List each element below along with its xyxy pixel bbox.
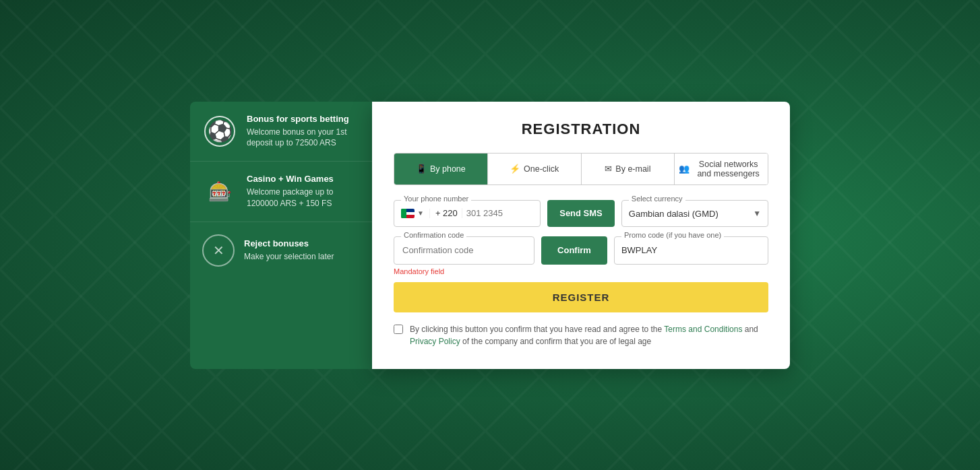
bonus-sports-card[interactable]: Bonus for sports betting Welcome bonus o…	[190, 102, 372, 162]
terms-text: By clicking this button you confirm that…	[410, 323, 768, 347]
confirm-button[interactable]: Confirm	[541, 236, 607, 265]
casino-card[interactable]: 🎰 Casino + Win Games Welcome package up …	[190, 162, 372, 222]
privacy-policy-link[interactable]: Privacy Policy	[410, 337, 460, 346]
phone-currency-row: Your phone number ▼ + 220 Send SMS Selec…	[394, 200, 768, 227]
currency-group: Select currency Gambian dalasi (GMD) US …	[621, 200, 768, 227]
reject-card[interactable]: ✕ Reject bonuses Make your selection lat…	[190, 222, 372, 279]
reject-text: Reject bonuses Make your selection later	[244, 238, 334, 263]
soccer-ball-icon	[202, 114, 237, 149]
tab-email-label: By e-mail	[615, 164, 650, 174]
registration-title: REGISTRATION	[394, 121, 768, 138]
phone-label: Your phone number	[401, 195, 471, 203]
email-icon: ✉	[605, 164, 612, 174]
promo-group: Promo code (if you have one)	[614, 236, 768, 265]
terms-conditions-link[interactable]: Terms and Conditions	[664, 325, 742, 334]
casino-description: Welcome package up to 1200000 ARS + 150 …	[247, 187, 360, 209]
promo-label: Promo code (if you have one)	[621, 231, 724, 239]
country-code: + 220	[435, 208, 462, 218]
confirmation-group: Confirmation code	[394, 236, 534, 265]
phone-icon: 📱	[416, 164, 427, 174]
send-sms-button[interactable]: Send SMS	[547, 200, 615, 227]
confirmation-input[interactable]	[394, 238, 534, 262]
promo-input[interactable]	[621, 245, 761, 255]
lightning-icon: ⚡	[510, 164, 520, 174]
tab-oneclick-label: One-click	[524, 164, 559, 174]
tab-phone[interactable]: 📱 By phone	[394, 154, 488, 184]
gambia-flag	[401, 209, 415, 218]
currency-label: Select currency	[629, 195, 685, 203]
tab-phone-label: By phone	[430, 164, 466, 174]
tab-social-label: Social networks and messengers	[693, 160, 764, 178]
casino-text: Casino + Win Games Welcome package up to…	[247, 174, 360, 209]
bonus-sports-text: Bonus for sports betting Welcome bonus o…	[247, 114, 360, 149]
social-icon: 👥	[679, 164, 690, 174]
register-button[interactable]: REGISTER	[394, 282, 768, 312]
casino-title: Casino + Win Games	[247, 174, 360, 184]
chevron-down-icon: ▼	[417, 209, 424, 217]
terms-checkbox[interactable]	[394, 325, 403, 334]
registration-panel: REGISTRATION 📱 By phone ⚡ One-click ✉ By…	[372, 102, 790, 369]
registration-tabs: 📱 By phone ⚡ One-click ✉ By e-mail 👥 Soc…	[394, 153, 768, 185]
left-panel: Bonus for sports betting Welcome bonus o…	[190, 102, 372, 369]
currency-select[interactable]: Gambian dalasi (GMD) US Dollar (USD) Eur…	[629, 209, 761, 219]
casino-icon: 🎰	[202, 174, 237, 209]
confirmation-label: Confirmation code	[401, 231, 466, 239]
flag-selector[interactable]: ▼	[401, 209, 430, 218]
reject-description: Make your selection later	[244, 251, 334, 263]
reject-title: Reject bonuses	[244, 238, 334, 248]
mandatory-field-text: Mandatory field	[394, 267, 768, 275]
phone-input-group: Your phone number ▼ + 220	[394, 200, 541, 227]
tab-oneclick[interactable]: ⚡ One-click	[488, 154, 582, 184]
tab-email[interactable]: ✉ By e-mail	[582, 154, 675, 184]
main-container: Bonus for sports betting Welcome bonus o…	[190, 102, 790, 369]
phone-number-input[interactable]	[466, 208, 527, 218]
tab-social[interactable]: 👥 Social networks and messengers	[675, 154, 768, 184]
confirmation-row: Confirmation code Confirm Promo code (if…	[394, 236, 768, 265]
bonus-sports-description: Welcome bonus on your 1st deposit up to …	[247, 127, 360, 149]
terms-row: By clicking this button you confirm that…	[394, 323, 768, 347]
reject-icon: ✕	[202, 234, 235, 267]
bonus-sports-title: Bonus for sports betting	[247, 114, 360, 124]
